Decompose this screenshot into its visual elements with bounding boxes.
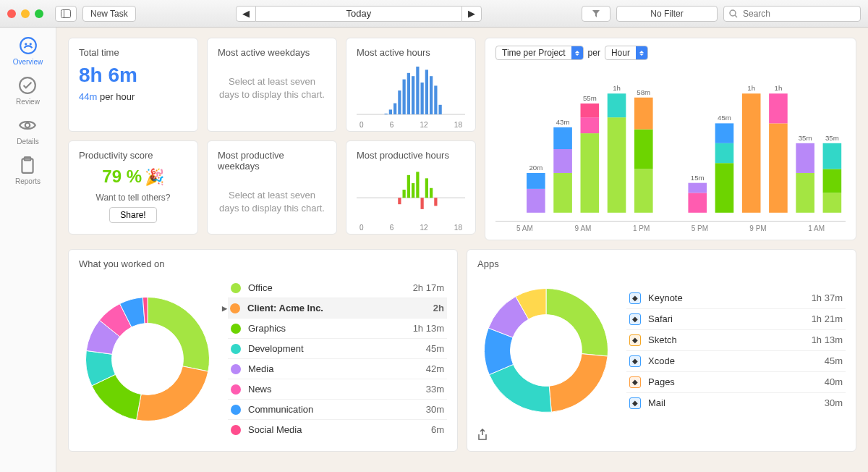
legend-row[interactable]: Communication30m (228, 400, 447, 420)
legend-row[interactable]: ◆Safari1h 21m (626, 309, 846, 330)
legend-row[interactable]: Development45m (228, 339, 447, 359)
legend-value: 1h 13m (812, 334, 843, 345)
metric-select[interactable]: Time per Project (495, 46, 584, 60)
legend-row[interactable]: ◆Mail30m (626, 393, 846, 413)
share-button[interactable]: Share! (109, 207, 156, 223)
prev-day-button[interactable]: ◀ (236, 6, 256, 22)
svg-point-8 (25, 123, 30, 128)
svg-rect-25 (416, 67, 419, 114)
svg-rect-22 (403, 80, 406, 114)
svg-rect-53 (430, 188, 433, 198)
search-field[interactable] (723, 6, 861, 22)
legend-row[interactable]: ◆Xcode45m (626, 351, 846, 372)
date-label[interactable]: Today (256, 6, 461, 22)
svg-rect-91 (796, 173, 814, 213)
share-icon[interactable] (477, 429, 488, 442)
legend-row[interactable]: Graphics1h 13m (228, 319, 447, 339)
worked-donut-chart (79, 290, 216, 428)
app-icon: ◆ (629, 397, 641, 409)
sidebar-label: Overview (13, 58, 43, 66)
legend-name: Development (248, 343, 426, 354)
card-title: Apps (477, 258, 846, 269)
total-time-card: Total time 8h 6m 44m per hour (68, 38, 198, 132)
legend-name: Client: Acme Inc. (247, 303, 433, 313)
svg-rect-27 (425, 69, 428, 114)
sidebar-label: Details (17, 138, 39, 146)
legend-value: 33m (426, 384, 444, 395)
color-dot-icon (231, 324, 241, 334)
legend-value: 2h (433, 303, 444, 313)
legend-row[interactable]: ◆Keynote1h 37m (626, 288, 846, 309)
new-task-button[interactable]: New Task (82, 6, 136, 22)
chevron-updown-icon (636, 46, 647, 59)
legend-row[interactable]: Media42m (228, 359, 447, 379)
card-title: Total time (79, 47, 187, 58)
legend-name: News (248, 384, 426, 395)
search-input[interactable] (723, 6, 861, 22)
party-icon: 🎉 (145, 168, 164, 186)
svg-point-6 (29, 43, 31, 45)
color-dot-icon (231, 364, 241, 374)
legend-value: 40m (825, 376, 843, 387)
filter-label-button[interactable]: No Filter (616, 6, 718, 22)
svg-text:35m: 35m (799, 134, 812, 142)
legend-value: 1h 21m (812, 313, 843, 324)
legend-value: 30m (825, 397, 843, 408)
card-title: Most productive weekdays (218, 150, 326, 172)
svg-rect-18 (385, 114, 388, 114)
sidebar-toggle-button[interactable] (55, 6, 77, 22)
chart-placeholder: Select at least seven days to display th… (218, 189, 326, 215)
svg-rect-70 (581, 104, 600, 117)
close-window-icon[interactable] (7, 9, 16, 18)
svg-rect-52 (425, 178, 428, 198)
svg-text:1h: 1h (613, 84, 621, 92)
next-day-button[interactable]: ▶ (461, 6, 482, 22)
svg-rect-19 (389, 109, 392, 114)
apps-donut-chart (477, 282, 615, 419)
productive-hours-chart (357, 167, 465, 219)
svg-rect-75 (634, 169, 653, 212)
content-area: Total time 8h 6m 44m per hour Most activ… (56, 28, 868, 472)
sidebar-label: Review (16, 98, 40, 106)
svg-text:1h: 1h (775, 84, 783, 92)
total-time-sub: 44m per hour (79, 91, 187, 102)
sidebar-item-review[interactable]: Review (16, 76, 40, 106)
worked-on-card: What you worked on Office2h 17mClient: A… (68, 249, 458, 452)
svg-rect-20 (393, 104, 396, 114)
granularity-select[interactable]: Hour (605, 46, 648, 60)
legend-row[interactable]: Social Media6m (228, 420, 447, 439)
svg-text:43m: 43m (556, 118, 570, 126)
svg-rect-76 (634, 130, 653, 169)
legend-value: 1h 37m (812, 292, 843, 303)
chevron-updown-icon (571, 46, 583, 59)
legend-value: 2h 17m (413, 282, 444, 293)
hours-axis: 5 AM9 AM1 PM5 PM9 PM1 AM (495, 221, 846, 232)
legend-row[interactable]: News33m (228, 379, 447, 400)
svg-point-2 (730, 10, 736, 16)
sidebar-item-reports[interactable]: Reports (15, 156, 41, 185)
share-prompt: Want to tell others? (79, 193, 187, 203)
sidebar-item-details[interactable]: Details (17, 116, 39, 146)
legend-row[interactable]: ◆Sketch1h 13m (626, 330, 846, 351)
sidebar-icon (61, 9, 71, 18)
svg-rect-23 (407, 73, 410, 114)
svg-rect-86 (742, 93, 761, 213)
minimize-window-icon[interactable] (21, 9, 30, 18)
filter-button[interactable] (582, 6, 610, 22)
app-icon: ◆ (629, 292, 641, 304)
svg-rect-84 (715, 123, 734, 143)
legend-row[interactable]: Office2h 17m (228, 278, 447, 298)
legend-name: Office (248, 282, 413, 293)
svg-rect-82 (715, 163, 734, 213)
maximize-window-icon[interactable] (35, 9, 43, 18)
legend-row[interactable]: ◆Pages40m (626, 372, 846, 393)
svg-rect-69 (581, 117, 600, 133)
sidebar-item-overview[interactable]: Overview (13, 36, 43, 66)
svg-point-5 (25, 43, 27, 45)
active-hours-card: Most active hours 061218 (346, 38, 476, 132)
sidebar: Overview Review Details Reports (0, 28, 56, 472)
legend-name: Sketch (648, 334, 812, 345)
legend-name: Mail (648, 397, 825, 408)
legend-row[interactable]: Client: Acme Inc.2h (228, 298, 447, 319)
svg-text:45m: 45m (718, 114, 731, 122)
